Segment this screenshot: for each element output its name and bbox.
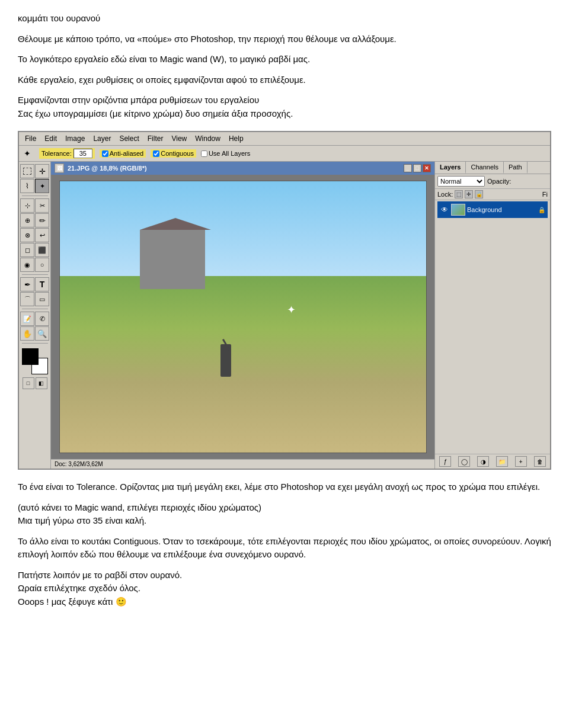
photoshop-window: File Edit Image Layer Select Filter View… xyxy=(18,131,551,470)
type-tool[interactable]: T xyxy=(35,277,49,291)
menu-help[interactable]: Help xyxy=(225,133,247,144)
dodge-tool[interactable]: ○ xyxy=(35,258,49,272)
freeform-pen-icon: ⌒ xyxy=(24,295,31,304)
menu-bar: File Edit Image Layer Select Filter View… xyxy=(19,132,550,146)
move-icon: ✛ xyxy=(39,167,46,176)
bottom-paragraph-3: Το άλλο είναι το κουτάκι Contiguous. Ότα… xyxy=(18,535,551,562)
blur-tools-row: ◉ ○ xyxy=(20,258,49,272)
tolerance-box: Tolerance: xyxy=(39,148,95,159)
stamp-icon: ⊗ xyxy=(25,232,30,239)
bottom-paragraph-2: (αυτό κάνει το Magic wand, επιλέγει περι… xyxy=(18,501,551,528)
intro-text-block: κομμάτι του ουρανού Θέλουμε με κάποιο τρ… xyxy=(18,12,551,120)
blend-mode-select[interactable]: Normal xyxy=(437,176,485,187)
standard-mode-btn[interactable]: □ xyxy=(23,377,34,389)
layer-visibility-icon[interactable]: 👁 xyxy=(440,205,449,214)
quick-mask-btn[interactable]: ◧ xyxy=(36,377,47,389)
photo-canvas[interactable]: ✦ xyxy=(59,181,427,453)
opacity-label: Opacity: xyxy=(487,178,511,185)
bottom-paragraph-4: Πατήστε λοιπόν με το ραβδί στον ουρανό. … xyxy=(18,569,551,609)
layer-style-button[interactable]: ƒ xyxy=(439,456,451,467)
anti-aliased-label: Anti-aliased xyxy=(110,150,143,157)
slice-tool[interactable]: ✂ xyxy=(35,198,49,213)
canvas-image-area[interactable]: ✦ xyxy=(51,175,434,459)
blur-icon: ◉ xyxy=(24,261,30,269)
lock-position-icon[interactable]: ✛ xyxy=(465,190,473,198)
new-group-button[interactable]: 📁 xyxy=(496,456,508,467)
layer-background[interactable]: 👁 Background 🔒 xyxy=(437,201,548,218)
delete-layer-button[interactable]: 🗑 xyxy=(534,456,546,467)
toolbox-divider-4 xyxy=(22,343,48,344)
hand-tool[interactable]: ✋ xyxy=(20,326,34,341)
stamp-tools-row: ⊗ ↩ xyxy=(20,228,49,242)
crop-icon: ⊹ xyxy=(25,202,30,210)
crop-tool[interactable]: ⊹ xyxy=(20,198,34,213)
notes-tool[interactable]: 📝 xyxy=(20,312,34,326)
anti-aliased-checkbox[interactable] xyxy=(102,150,108,157)
canvas-icon: 🖼 xyxy=(55,163,64,173)
toolbox-divider-2 xyxy=(22,274,48,275)
sky-region xyxy=(60,181,426,276)
menu-file[interactable]: File xyxy=(21,133,40,144)
marquee-tool[interactable] xyxy=(20,164,34,178)
close-button[interactable]: ✕ xyxy=(423,164,431,172)
eyedropper-icon: ✆ xyxy=(40,315,45,323)
quick-mask-row: □ ◧ xyxy=(23,377,47,389)
zoom-tool[interactable]: 🔍 xyxy=(35,326,49,341)
new-layer-button[interactable]: + xyxy=(515,456,527,467)
magic-wand-tool[interactable]: ✦ xyxy=(35,179,49,193)
lasso-tools-row: ⌇ ✦ xyxy=(20,179,49,193)
use-all-layers-checkbox[interactable] xyxy=(201,150,207,157)
freeform-pen-tool[interactable]: ⌒ xyxy=(20,292,34,306)
anti-aliased-option: Anti-aliased xyxy=(100,149,146,158)
menu-layer[interactable]: Layer xyxy=(89,133,114,144)
shape-tool[interactable]: ▭ xyxy=(35,292,49,306)
titlebar-left: 🖼 21.JPG @ 18,8% (RGB/8*) xyxy=(55,163,147,173)
foreground-color-swatch[interactable] xyxy=(22,348,39,365)
blur-tool[interactable]: ◉ xyxy=(20,258,34,272)
paint-bucket-tool[interactable]: ⬛ xyxy=(35,243,49,257)
brush-tool[interactable]: ✏ xyxy=(35,213,49,227)
menu-filter[interactable]: Filter xyxy=(144,133,167,144)
lock-pixel-icon[interactable]: ⬚ xyxy=(455,190,463,198)
lock-all-icon[interactable]: 🔒 xyxy=(475,190,483,198)
lasso-tool[interactable]: ⌇ xyxy=(20,179,34,193)
canvas-title: 21.JPG @ 18,8% (RGB/8*) xyxy=(68,165,147,172)
lock-badge-icon: 🔒 xyxy=(538,207,545,213)
pen-tool[interactable]: ✒ xyxy=(20,277,34,291)
tab-path[interactable]: Path xyxy=(504,162,528,174)
menu-image[interactable]: Image xyxy=(62,133,88,144)
contiguous-checkbox[interactable] xyxy=(153,150,159,157)
tolerance-label: Tolerance: xyxy=(41,150,72,157)
tab-layers[interactable]: Layers xyxy=(435,162,466,174)
canvas-icon-symbol: 🖼 xyxy=(57,165,62,171)
layer-mask-button[interactable]: ◯ xyxy=(458,456,470,467)
fill-label: Fi xyxy=(542,191,548,198)
nav-tools-row: ✋ 🔍 xyxy=(20,326,49,341)
layers-controls: Normal Opacity: xyxy=(435,174,550,189)
path-tools-row: ✒ T xyxy=(20,277,49,291)
maximize-button[interactable]: □ xyxy=(413,164,421,172)
menu-select[interactable]: Select xyxy=(116,133,142,144)
minimize-button[interactable]: _ xyxy=(404,164,412,172)
menu-window[interactable]: Window xyxy=(191,133,224,144)
menu-view[interactable]: View xyxy=(168,133,190,144)
crop-tools-row: ⊹ ✂ xyxy=(20,198,49,213)
move-tool[interactable]: ✛ xyxy=(35,164,49,178)
use-all-layers-option: Use All Layers xyxy=(201,150,250,157)
eraser-icon: ◻ xyxy=(25,246,30,254)
layers-panel: Layers Channels Path Normal Opacity: Loc… xyxy=(434,162,550,469)
magic-wand-cursor: ✦ xyxy=(287,303,296,316)
layer-thumbnail xyxy=(451,204,465,216)
tolerance-input[interactable] xyxy=(73,149,92,158)
eyedropper-tool[interactable]: ✆ xyxy=(35,312,49,326)
options-bar: ✦ Tolerance: Anti-aliased Contiguous Use… xyxy=(19,146,550,162)
healing-tool[interactable]: ⊕ xyxy=(20,213,34,227)
tab-channels[interactable]: Channels xyxy=(466,162,503,174)
menu-edit[interactable]: Edit xyxy=(41,133,60,144)
history-brush-tool[interactable]: ↩ xyxy=(35,228,49,242)
adjustment-layer-button[interactable]: ◑ xyxy=(477,456,489,467)
building-element xyxy=(140,230,205,289)
color-swatches[interactable] xyxy=(22,348,48,374)
stamp-tool[interactable]: ⊗ xyxy=(20,228,34,242)
eraser-tool[interactable]: ◻ xyxy=(20,243,34,257)
